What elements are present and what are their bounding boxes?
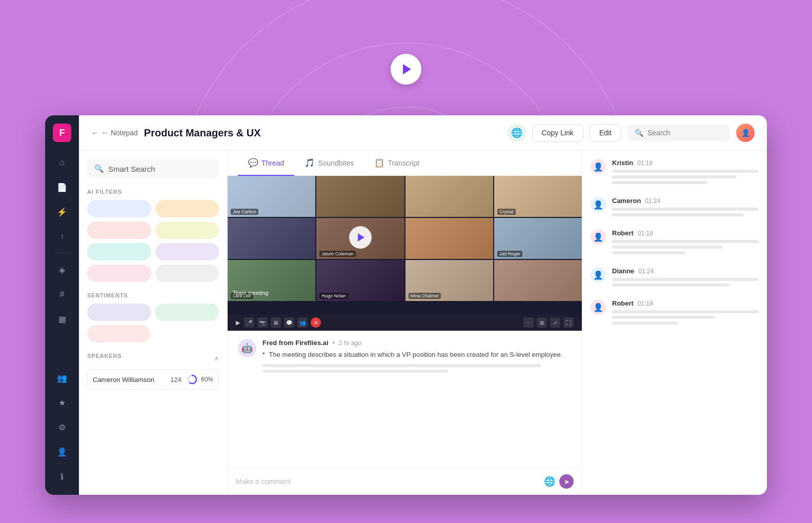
page-title: Product Managers & UX — [144, 127, 261, 139]
filter-chip-yellow[interactable] — [155, 222, 219, 239]
video-cell-3 — [405, 176, 493, 217]
transcript-item-robert-1: 👤 Robert 01:18 — [591, 229, 759, 257]
speakers-section: SPEAKERS ∧ Cameron Williamson 124 60% — [87, 353, 219, 390]
sidebar-item-add-user[interactable]: 👤 — [52, 441, 72, 462]
comment-header-fred: Fred from Fireflies.ai • 2 hr ago — [262, 339, 572, 347]
globe-button[interactable]: 🌐 — [508, 124, 526, 142]
transcript-body-robert-2: Robert 01:18 — [612, 299, 759, 327]
sidebar-item-lightning[interactable]: ⚡ — [52, 202, 72, 222]
transcript-time-kristin: 01:18 — [637, 159, 653, 167]
send-button[interactable]: ➤ — [559, 474, 574, 489]
filter-chip-teal[interactable] — [87, 243, 151, 260]
transcript-body-cameron: Cameron 01:24 — [612, 197, 759, 219]
sentiment-chip-salmon[interactable] — [87, 325, 150, 343]
transcript-lines-robert-1 — [612, 240, 759, 254]
sentiments-section: SENTIMENTS — [87, 292, 219, 343]
transcript-item-dianne: 👤 Dianne 01:24 — [591, 267, 759, 289]
user-avatar[interactable]: 👤 — [736, 124, 755, 142]
sidebar-item-chart[interactable]: ▦ — [52, 309, 72, 329]
transcript-lines-dianne — [612, 278, 759, 287]
transcript-name-kristin: Kristin — [612, 159, 633, 167]
filter-chip-orange[interactable] — [155, 200, 219, 217]
sidebar-item-hash[interactable]: # — [52, 284, 72, 305]
chevron-up-icon[interactable]: ∧ — [214, 355, 219, 362]
sidebar-item-home[interactable]: ⌂ — [52, 152, 72, 173]
transcript-lines-robert-2 — [612, 310, 759, 325]
tab-transcript-label: Transcript — [388, 159, 419, 167]
sidebar-logo[interactable]: F — [53, 124, 71, 142]
sidebar-item-layers[interactable]: ◈ — [52, 259, 72, 280]
t-line — [612, 208, 759, 211]
t-line — [612, 213, 744, 216]
sidebar-item-upload[interactable]: ↑ — [52, 226, 72, 247]
t-line — [612, 246, 722, 249]
mic-icon[interactable]: 🎤 — [244, 317, 254, 328]
ai-filters-label: AI FILTERS — [87, 189, 219, 195]
end-call-icon[interactable]: ✕ — [311, 317, 321, 328]
screen-share-icon[interactable]: 🖥 — [271, 317, 281, 328]
edit-button[interactable]: Edit — [590, 124, 621, 142]
sidebar-item-team[interactable]: 👥 — [52, 368, 72, 388]
sidebar-item-info[interactable]: ℹ — [52, 466, 72, 487]
comment-item-fred: 🤖 Fred from Fireflies.ai • 2 hr ago • Th… — [238, 339, 572, 375]
transcript-header-robert-2: Robert 01:18 — [612, 299, 759, 307]
filter-chip-blue[interactable] — [87, 200, 151, 217]
sidebar: F ⌂ 📄 ⚡ ↑ ◈ # ▦ 👥 ★ ⚙ 👤 ℹ — [45, 115, 79, 495]
filter-row-4 — [87, 265, 219, 282]
t-line — [612, 170, 759, 173]
search-icon: 🔍 — [94, 164, 104, 173]
grid-icon[interactable]: ⊞ — [537, 317, 547, 328]
filter-chip-rose[interactable] — [87, 265, 151, 282]
people-icon[interactable]: 👥 — [297, 317, 308, 328]
comment-dot: • — [333, 339, 335, 347]
comment-lines — [262, 364, 572, 373]
comment-input-area: 🌐 ➤ — [228, 468, 582, 495]
comment-input[interactable] — [236, 477, 540, 486]
speaker-name: Cameron Williamson — [93, 376, 165, 384]
transcript-name-robert-2: Robert — [612, 299, 634, 307]
video-play-button[interactable] — [349, 226, 372, 249]
expand-icon[interactable]: ⤢ — [550, 317, 560, 328]
chat-icon[interactable]: 💬 — [284, 317, 294, 328]
video-grid: Joe Carlton Crystal Jason Coleman — [228, 176, 582, 314]
search-input[interactable] — [647, 129, 723, 137]
bullet-dot-icon: • — [262, 350, 265, 360]
filter-chip-pink[interactable] — [87, 222, 151, 239]
globe-icon: 🌐 — [511, 127, 522, 138]
smart-search-bar[interactable]: 🔍 Smart Search — [87, 159, 219, 178]
content-body: 🔍 Smart Search AI FILTERS — [79, 151, 767, 495]
video-play-icon — [358, 233, 364, 242]
video-cell-12 — [494, 260, 582, 301]
header: ← ← Notepad Product Managers & UX 🌐 Copy… — [79, 115, 767, 151]
sentiment-chip-green[interactable] — [155, 304, 219, 321]
transcript-item-kristin: 👤 Kristin 01:18 — [591, 159, 759, 187]
back-button[interactable]: ← ← Notepad — [91, 129, 138, 137]
sidebar-item-settings[interactable]: ⚙ — [52, 417, 72, 437]
more-options-icon[interactable]: ⋯ — [523, 317, 534, 328]
t-line — [612, 251, 685, 254]
transcript-body-dianne: Dianne 01:24 — [612, 267, 759, 289]
tab-soundbites[interactable]: 🎵 Soundbites — [294, 151, 364, 176]
transcript-header-dianne: Dianne 01:24 — [612, 267, 759, 275]
cam-icon[interactable]: 📷 — [257, 317, 268, 328]
sidebar-item-documents[interactable]: 📄 — [52, 177, 72, 197]
tab-soundbites-label: Soundbites — [318, 159, 354, 167]
video-cell-8: Jad Roger — [494, 218, 582, 259]
tabs-bar: 💬 Thread 🎵 Soundbites 📋 Transcript — [228, 151, 582, 176]
filter-chip-purple[interactable] — [155, 243, 219, 260]
fullscreen-icon[interactable]: ⛶ — [563, 317, 574, 328]
tab-thread[interactable]: 💬 Thread — [238, 151, 294, 176]
filter-row-3 — [87, 243, 219, 260]
tab-transcript[interactable]: 📋 Transcript — [364, 151, 430, 176]
person-icon-robert-2: 👤 — [593, 303, 603, 312]
filter-chip-gray[interactable] — [155, 265, 219, 282]
video-cell-1: Joe Carlton — [228, 176, 315, 217]
transcript-body-kristin: Kristin 01:18 — [612, 159, 759, 187]
sentiment-chip-lavender[interactable] — [87, 304, 151, 321]
transcript-lines-kristin — [612, 170, 759, 184]
globe-icon[interactable]: 🌐 — [544, 476, 555, 487]
top-play-button[interactable] — [391, 54, 421, 85]
avatar-image: 👤 — [736, 124, 755, 142]
sidebar-item-star[interactable]: ★ — [52, 392, 72, 413]
copy-link-button[interactable]: Copy Link — [532, 124, 583, 142]
